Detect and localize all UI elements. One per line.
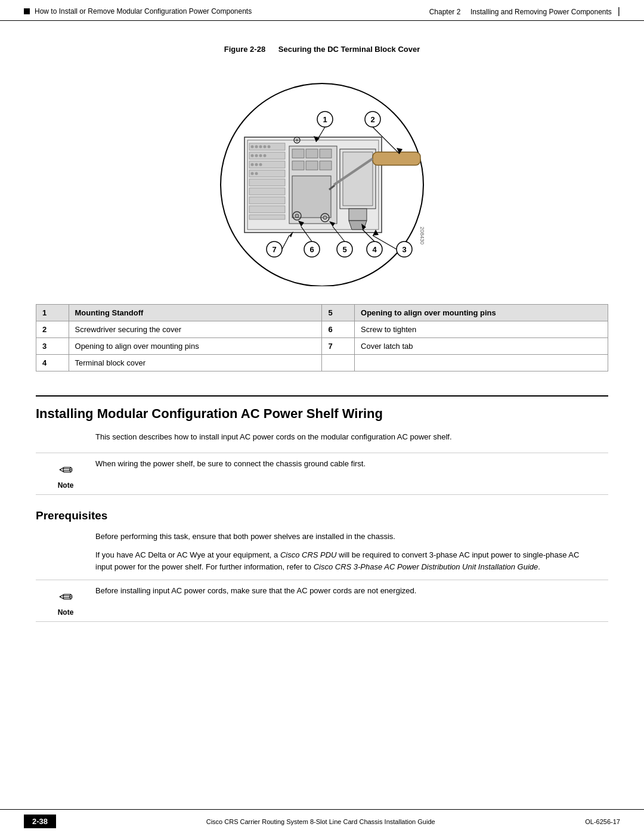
prereq-para-1: Before performing this task, ensure that… [95,531,596,543]
svg-rect-8 [249,188,285,195]
table-cell-label: Screwdriver securing the cover [69,321,322,338]
svg-text:5: 5 [342,245,346,254]
table-cell-num: 3 [36,338,69,355]
svg-point-15 [264,145,267,148]
table-cell-label: Screw to tighten [355,321,608,338]
table-cell-label: Cover latch tab [355,338,608,355]
page-footer: 2-38 Cisco CRS Carrier Routing System 8-… [0,809,644,833]
svg-point-19 [259,154,262,157]
svg-rect-28 [306,149,318,158]
table-row: 4 Terminal block cover [36,355,608,371]
svg-rect-30 [292,161,304,170]
svg-point-20 [264,154,267,157]
table-row: 1 Mounting Standoff 5 Opening to align o… [36,305,608,321]
svg-point-17 [251,154,254,157]
prereq-para2-prefix: If you have AC Delta or AC Wye at your e… [95,550,280,559]
figure-container: Figure 2-28 Securing the DC Terminal Blo… [36,45,608,286]
svg-rect-29 [320,149,332,158]
svg-point-12 [251,145,254,148]
section-intro-para: This section describes how to install in… [95,431,596,443]
section-heading: Installing Modular Configuration AC Powe… [36,395,608,422]
footer-doc-number: OL-6256-17 [585,818,620,825]
table-cell-num: 1 [36,305,69,321]
table-cell-num: 4 [36,355,69,371]
header-chapter: Chapter 2 Installing and Removing Power … [429,6,620,17]
svg-rect-3 [249,143,285,150]
table-cell-label: Mounting Standoff [69,305,322,321]
note-icon-area-2: ✏ Note [36,585,95,617]
note-label-2: Note [58,608,74,617]
prereq-para2-italic: Cisco CRS PDU [280,550,337,559]
svg-rect-10 [249,206,285,213]
svg-rect-27 [292,149,304,158]
svg-text:7: 7 [272,245,276,254]
svg-rect-35 [343,152,373,206]
prereq-para2-suffix: . [538,562,540,571]
header-chapter-label: Chapter 2 [429,8,461,16]
table-cell-empty [355,355,608,371]
diagram-svg: 1 2 3 4 [197,60,447,286]
table-cell-label: Opening to align over mounting pins [69,338,322,355]
svg-point-18 [255,154,258,157]
footer-doc-title: Cisco CRS Carrier Routing System 8-Slot … [206,818,435,825]
table-cell-empty [322,355,355,371]
footer-page-number: 2-38 [24,815,56,828]
svg-rect-7 [249,179,285,186]
main-content: Figure 2-28 Securing the DC Terminal Blo… [0,21,644,670]
note-block-1: ✏ Note When wiring the power shelf, be s… [36,453,608,495]
svg-text:3: 3 [402,245,406,254]
table-cell-num: 6 [322,321,355,338]
svg-point-21 [251,163,254,166]
svg-point-24 [251,172,254,175]
svg-point-44 [323,216,327,219]
header-breadcrumb: How to Install or Remove Modular Configu… [35,7,252,16]
note-label-1: Note [58,481,74,490]
diagram-area: 1 2 3 4 [197,60,447,286]
figure-number: Figure 2-28 [224,45,265,54]
svg-point-22 [255,163,258,166]
svg-rect-4 [249,152,285,159]
svg-point-16 [268,145,271,148]
prereq-para2-ref: Cisco CRS 3-Phase AC Power Distribution … [314,562,538,571]
note-icon-area-1: ✏ Note [36,458,95,490]
svg-rect-38 [373,152,420,165]
svg-rect-31 [306,161,318,170]
note-block-2: ✏ Note Before installing input AC power … [36,580,608,622]
svg-rect-9 [249,197,285,204]
svg-text:208430: 208430 [419,227,425,244]
table-cell-label: Opening to align over mounting pins [355,305,608,321]
page-header: How to Install or Remove Modular Configu… [0,0,644,21]
note-text-2: Before installing input AC power cords, … [95,585,608,597]
svg-line-74 [282,236,289,249]
table-cell-label: Terminal block cover [69,355,322,371]
table-row: 2 Screwdriver securing the cover 6 Screw… [36,321,608,338]
svg-point-42 [295,214,299,218]
svg-point-23 [259,163,262,166]
svg-rect-32 [320,161,332,170]
figure-caption: Figure 2-28 Securing the DC Terminal Blo… [224,45,420,54]
table-cell-num: 5 [322,305,355,321]
prereq-para-2: If you have AC Delta or AC Wye at your e… [95,549,596,572]
svg-point-25 [255,172,258,175]
table-row: 3 Opening to align over mounting pins 7 … [36,338,608,355]
svg-rect-36 [349,209,367,221]
prerequisites-heading: Prerequisites [36,509,608,522]
note-pencil-icon-2: ✏ [59,587,73,607]
figure-title: Securing the DC Terminal Block Cover [278,45,420,54]
table-cell-num: 7 [322,338,355,355]
table-cell-num: 2 [36,321,69,338]
svg-rect-11 [249,215,285,219]
header-square-icon [24,8,30,14]
svg-text:4: 4 [372,245,377,254]
note-pencil-icon-1: ✏ [59,460,73,480]
header-chapter-title: Installing and Removing Power Components [470,8,612,16]
note-text-1: When wiring the power shelf, be sure to … [95,458,608,470]
svg-text:6: 6 [309,245,314,254]
parts-table: 1 Mounting Standoff 5 Opening to align o… [36,304,608,371]
svg-rect-6 [249,170,285,177]
svg-text:2: 2 [370,115,374,124]
svg-point-13 [255,145,258,148]
svg-text:1: 1 [323,115,327,124]
svg-rect-5 [249,161,285,168]
header-breadcrumb-area: How to Install or Remove Modular Configu… [24,7,252,16]
